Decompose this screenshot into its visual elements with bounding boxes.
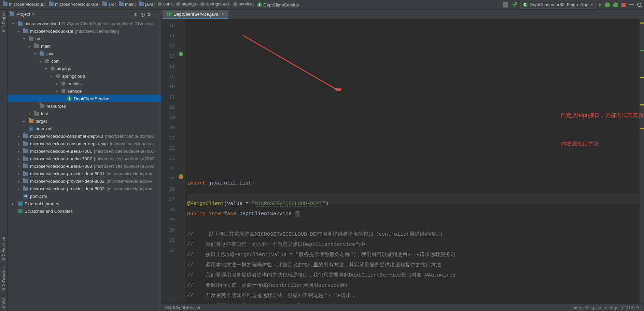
caret-icon[interactable]: ▸: [18, 179, 21, 183]
stop-icon[interactable]: [621, 3, 626, 7]
breadcrumb-item[interactable]: java: [139, 2, 153, 7]
caret-icon[interactable]: ▸: [12, 202, 16, 206]
pkg-icon: [61, 89, 66, 93]
navigate-icon[interactable]: [503, 2, 508, 8]
left-tab-project[interactable]: 1: Project: [2, 12, 6, 32]
gear-icon[interactable]: [147, 12, 152, 17]
folder-blue-icon: [23, 29, 28, 33]
class-gutter-icon[interactable]: C: [179, 51, 183, 56]
caret-icon[interactable]: ▾: [12, 22, 16, 26]
caret-icon[interactable]: ▸: [29, 112, 32, 116]
tree-row[interactable]: ▸entities: [8, 80, 161, 87]
caret-icon[interactable]: ▸: [23, 119, 27, 123]
coverage-icon[interactable]: [613, 2, 618, 7]
tree-row[interactable]: ▾main: [8, 42, 161, 50]
tree-row[interactable]: mpom.xml: [8, 192, 161, 200]
pkg-icon: [200, 2, 205, 6]
tree-row[interactable]: ▾springcloud: [8, 72, 161, 80]
breadcrumb-item[interactable]: service: [233, 1, 253, 6]
minimize-icon[interactable]: [154, 12, 159, 17]
breadcrumb-item[interactable]: main: [119, 2, 135, 7]
pkg-icon: [51, 66, 55, 71]
close-icon[interactable]: ×: [222, 12, 225, 17]
tree-row[interactable]: resources: [8, 102, 161, 110]
breadcrumb-item[interactable]: com: [158, 1, 172, 6]
tree-row[interactable]: ▸External Libraries: [8, 200, 161, 207]
folder-blue-icon: [3, 2, 8, 6]
caret-icon[interactable]: ▸: [56, 82, 59, 86]
caret-icon[interactable]: ▾: [29, 44, 32, 48]
interface-icon: I: [167, 12, 171, 16]
left-tab-structure[interactable]: 7: Structure: [2, 237, 6, 261]
caret-icon[interactable]: ▾: [40, 59, 43, 63]
run-config-select[interactable]: C DeptConsumer80_Feign_App ▾: [520, 1, 596, 9]
tree-row[interactable]: mpom.xml: [8, 125, 161, 132]
caret-icon[interactable]: ▾: [56, 89, 59, 93]
project-tree[interactable]: ▾microservicecloud D:\SpringCloubProject…: [8, 19, 161, 311]
folder-icon: [40, 104, 44, 108]
caret-icon[interactable]: ▸: [18, 172, 21, 176]
tree-row[interactable]: ▸microservicecloud-eureka-7003 [microser…: [8, 162, 161, 170]
caret-icon[interactable]: ▸: [18, 149, 21, 153]
folder-blue-icon: [23, 164, 28, 168]
star-icon: [2, 288, 5, 291]
tree-row[interactable]: Scratches and Consoles: [8, 207, 161, 215]
locate-icon[interactable]: [140, 12, 145, 17]
tree-row[interactable]: ▾com: [8, 57, 161, 65]
watermark-url: https://blog.csdn.net/qq_44316726: [573, 305, 641, 310]
caret-icon[interactable]: ▾: [18, 29, 21, 33]
tree-row[interactable]: ▸microservicecloud-eureka-7001 [microser…: [8, 147, 161, 155]
editor-tabbar: I DeptClientService.java ×: [161, 10, 644, 19]
caret-icon[interactable]: ▸: [18, 142, 21, 146]
code-editor[interactable]: 10 11 12 13 14 15 16 17 18 19 20 21 22 2…: [161, 19, 644, 303]
tree-row[interactable]: ▾src: [8, 35, 161, 42]
breadcrumb[interactable]: microservicecloud〉microservicecloud-api〉…: [3, 1, 299, 8]
tree-row[interactable]: ▸microservicecloud-provider-dept-8003 [m…: [8, 185, 161, 192]
search-icon[interactable]: [637, 3, 641, 7]
code-area[interactable]: 自定义feign接口，内部方法其实就是微服务提供者对外暴露 的资源接口方法 im…: [185, 19, 639, 303]
caret-icon[interactable]: ▾: [34, 52, 38, 56]
tree-row[interactable]: ▸target: [8, 117, 161, 125]
editor-pane: I DeptClientService.java × 10 11 12 13 1…: [161, 10, 644, 311]
expand-icon[interactable]: [134, 12, 138, 17]
left-tab-web[interactable]: Web: [2, 297, 6, 308]
pkg-icon: [158, 2, 162, 6]
debug-icon[interactable]: [605, 2, 610, 7]
tree-row[interactable]: ▾java: [8, 50, 161, 57]
caret-icon[interactable]: ▾: [45, 67, 48, 71]
tree-row[interactable]: ▸microservicecloud-consumer-dept-80 [mic…: [8, 132, 161, 140]
breadcrumb-bar: microservicecloud〉microservicecloud-api〉…: [0, 0, 644, 10]
caret-icon[interactable]: ▾: [51, 74, 54, 78]
editor-tab[interactable]: I DeptClientService.java ×: [163, 10, 228, 19]
build-icon[interactable]: [512, 2, 517, 8]
pkg-icon: [61, 82, 66, 86]
scratch-icon: [18, 209, 23, 213]
status-left: DeptClientService: [165, 305, 200, 310]
breadcrumb-item[interactable]: src: [102, 2, 114, 7]
tree-row[interactable]: ▸microservicecloud-consumer-dept-feign […: [8, 140, 161, 147]
tree-row[interactable]: ▾atguigu: [8, 65, 161, 72]
folder-icon: [29, 37, 33, 41]
caret-icon[interactable]: ▸: [18, 134, 21, 138]
tree-row[interactable]: ▾microservicecloud-api [microserviceclou…: [8, 27, 161, 35]
breadcrumb-item[interactable]: microservicecloud-api: [49, 2, 98, 7]
left-tab-favorites[interactable]: 2: Favorites: [2, 267, 6, 290]
breadcrumb-item[interactable]: atguigu: [176, 1, 196, 6]
bulb-icon[interactable]: [179, 174, 183, 179]
chevron-down-icon[interactable]: ▾: [32, 12, 34, 17]
caret-icon[interactable]: ▸: [18, 157, 21, 161]
tree-row[interactable]: ▸microservicecloud-provider-dept-8001 [m…: [8, 170, 161, 177]
breadcrumb-item[interactable]: springcloud: [200, 1, 229, 6]
caret-icon[interactable]: ▸: [18, 187, 21, 191]
tree-row[interactable]: ▸test: [8, 110, 161, 117]
run-icon[interactable]: [599, 3, 602, 6]
tree-row[interactable]: ▾microservicecloud D:\SpringCloubProject…: [8, 20, 161, 27]
tree-row[interactable]: ▾service: [8, 87, 161, 95]
breadcrumb-item[interactable]: IDeptClientService: [257, 2, 299, 8]
breadcrumb-item[interactable]: microservicecloud: [3, 2, 44, 7]
tree-row[interactable]: ▸microservicecloud-provider-dept-8002 [m…: [8, 177, 161, 185]
caret-icon[interactable]: ▾: [23, 37, 27, 41]
tree-row[interactable]: IDeptClientService: [8, 95, 161, 102]
caret-icon[interactable]: ▸: [18, 164, 21, 168]
tree-row[interactable]: ▸microservicecloud-eureka-7002 [microser…: [8, 155, 161, 162]
